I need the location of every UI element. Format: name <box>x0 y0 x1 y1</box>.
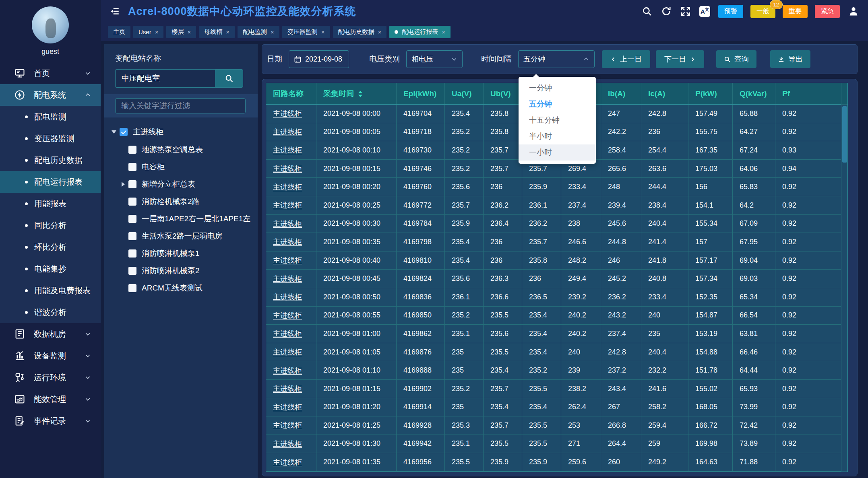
circuit-link[interactable]: 主进线柜 <box>273 329 302 338</box>
user-icon[interactable] <box>848 6 859 17</box>
circuit-link[interactable]: 主进线柜 <box>273 145 302 155</box>
search-icon[interactable] <box>641 6 653 17</box>
tree-filter-input[interactable] <box>115 98 246 113</box>
circuit-link[interactable]: 主进线柜 <box>273 164 302 173</box>
sidebar-item-15[interactable]: 能效管理 <box>0 388 101 410</box>
circuit-link[interactable]: 主进线柜 <box>273 420 302 430</box>
prev-day-button[interactable]: 上一日 <box>602 50 650 68</box>
checkbox-unchecked[interactable] <box>128 284 136 292</box>
tab-3[interactable]: 母线槽× <box>199 26 235 38</box>
station-search-input[interactable] <box>115 69 215 88</box>
tree-node-4[interactable]: 一层南1APE2右一层北1APE1左 <box>104 210 258 227</box>
checkbox-unchecked[interactable] <box>128 198 136 206</box>
sidebar-item-12[interactable]: 数据机房 <box>0 323 101 345</box>
tree-node-1[interactable]: 电容柜 <box>104 158 258 175</box>
sidebar-item-1[interactable]: 配电系统 <box>0 84 101 106</box>
voltage-select[interactable]: 相电压 <box>406 50 463 68</box>
tab-5[interactable]: 变压器监测× <box>282 26 330 38</box>
checkbox-unchecked[interactable] <box>128 232 136 240</box>
tree-node-2[interactable]: 新增分立柜总表 <box>104 175 258 193</box>
tab-close-icon[interactable]: × <box>155 29 159 35</box>
tree-node-5[interactable]: 生活水泵2路一层弱电房 <box>104 227 258 245</box>
sidebar-item-6[interactable]: 用能报表 <box>0 193 101 214</box>
circuit-link[interactable]: 主进线柜 <box>273 384 302 394</box>
date-picker[interactable]: 2021-09-08 <box>289 50 349 68</box>
refresh-icon[interactable] <box>661 6 672 17</box>
checkbox-unchecked[interactable] <box>128 146 136 154</box>
circuit-link[interactable]: 主进线柜 <box>273 200 302 210</box>
checkbox-unchecked[interactable] <box>128 267 136 275</box>
checkbox-unchecked[interactable] <box>128 215 136 223</box>
table-scrollbar[interactable] <box>841 83 847 472</box>
circuit-link[interactable]: 主进线柜 <box>273 182 302 192</box>
checkbox-unchecked[interactable] <box>128 163 136 171</box>
sidebar-item-7[interactable]: 同比分析 <box>0 214 101 236</box>
next-day-button[interactable]: 下一日 <box>656 50 704 68</box>
scrollbar-thumb[interactable] <box>842 106 847 163</box>
sort-icon[interactable] <box>358 91 363 97</box>
circuit-link[interactable]: 主进线柜 <box>273 402 302 412</box>
tab-close-icon[interactable]: × <box>187 29 191 35</box>
checkbox-checked[interactable] <box>120 128 128 136</box>
circuit-link[interactable]: 主进线柜 <box>273 292 302 302</box>
circuit-link[interactable]: 主进线柜 <box>273 439 302 449</box>
station-search-button[interactable] <box>215 69 243 88</box>
tree-node-7[interactable]: 消防喷淋机械泵2 <box>104 262 258 279</box>
hamburger-menu-icon[interactable] <box>110 6 120 16</box>
sidebar-item-4[interactable]: 配电历史数据 <box>0 149 101 171</box>
tab-close-icon[interactable]: × <box>378 29 382 35</box>
alarm-badge-2[interactable]: 重要 <box>783 5 808 18</box>
sidebar-item-16[interactable]: 事件记录 <box>0 410 101 432</box>
avatar[interactable] <box>32 6 69 43</box>
tab-close-icon[interactable]: × <box>321 29 325 35</box>
circuit-link[interactable]: 主进线柜 <box>273 347 302 357</box>
alarm-badge-3[interactable]: 紧急 <box>815 5 840 18</box>
circuit-link[interactable]: 主进线柜 <box>273 127 302 137</box>
sidebar-item-13[interactable]: 设备监测 <box>0 345 101 367</box>
interval-option-0[interactable]: 一分钟 <box>519 80 596 96</box>
tab-close-icon[interactable]: × <box>442 29 445 35</box>
sidebar-item-0[interactable]: 首页 <box>0 62 101 84</box>
circuit-link[interactable]: 主进线柜 <box>273 237 302 247</box>
tab-7[interactable]: 配电运行报表× <box>389 26 451 38</box>
sidebar-item-5[interactable]: 配电运行报表 <box>0 171 101 193</box>
sidebar-item-14[interactable]: 运行环境 <box>0 367 101 388</box>
sidebar-item-11[interactable]: 谐波分析 <box>0 301 101 323</box>
circuit-link[interactable]: 主进线柜 <box>273 219 302 229</box>
circuit-link[interactable]: 主进线柜 <box>273 274 302 284</box>
checkbox-unchecked[interactable] <box>128 180 136 188</box>
tree-node-8[interactable]: ARCM无线表测试 <box>104 279 258 297</box>
tree-node-root[interactable]: 主进线柜 <box>104 123 258 141</box>
circuit-link[interactable]: 主进线柜 <box>273 366 302 375</box>
circuit-link[interactable]: 主进线柜 <box>273 109 302 118</box>
tab-2[interactable]: 楼层× <box>166 26 196 38</box>
sidebar-item-10[interactable]: 用能及电费报表 <box>0 280 101 301</box>
tree-node-3[interactable]: 消防栓机械泵2路 <box>104 193 258 210</box>
column-header-1[interactable]: 采集时间 <box>316 83 397 104</box>
tab-1[interactable]: User× <box>133 26 163 38</box>
export-button[interactable]: 导出 <box>770 50 810 68</box>
sidebar-item-8[interactable]: 环比分析 <box>0 236 101 258</box>
checkbox-unchecked[interactable] <box>128 249 136 258</box>
alarm-badge-0[interactable]: 预警 <box>718 5 743 18</box>
tree-node-0[interactable]: 地源热泵空调总表 <box>104 141 258 158</box>
alarm-badge-1[interactable]: 一般12 <box>750 5 775 18</box>
interval-select[interactable]: 五分钟 <box>518 50 595 68</box>
interval-option-1[interactable]: 五分钟 <box>519 96 596 112</box>
interval-option-4[interactable]: 一小时 <box>519 144 596 161</box>
query-button[interactable]: 查询 <box>716 50 756 68</box>
tab-6[interactable]: 配电历史数据× <box>333 26 387 38</box>
caret-right-icon[interactable] <box>120 182 128 187</box>
sidebar-item-3[interactable]: 变压器监测 <box>0 128 101 149</box>
sidebar-item-2[interactable]: 配电监测 <box>0 106 101 128</box>
interval-option-3[interactable]: 半小时 <box>519 128 596 144</box>
circuit-link[interactable]: 主进线柜 <box>273 311 302 320</box>
tab-close-icon[interactable]: × <box>271 29 274 35</box>
fullscreen-icon[interactable] <box>680 6 691 17</box>
tab-4[interactable]: 配电监测× <box>238 26 279 38</box>
interval-option-2[interactable]: 十五分钟 <box>519 112 596 128</box>
tree-node-6[interactable]: 消防喷淋机械泵1 <box>104 245 258 262</box>
tab-close-icon[interactable]: × <box>226 29 229 35</box>
sidebar-item-9[interactable]: 电能集抄 <box>0 258 101 280</box>
circuit-link[interactable]: 主进线柜 <box>273 457 302 467</box>
